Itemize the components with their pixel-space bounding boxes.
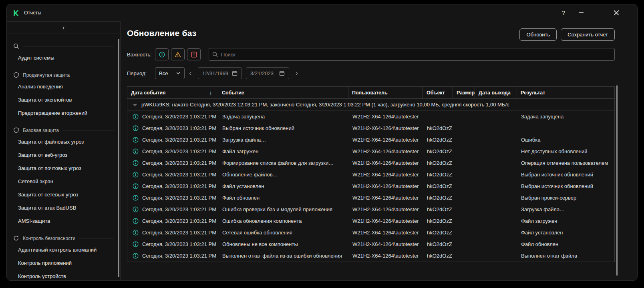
table-row[interactable]: Сегодня, 3/20/2023 1:03:21 PMВыполнен от… [127, 250, 614, 262]
event-date-text: Сегодня, 3/20/2023 1:03:21 PM [142, 195, 216, 201]
chevron-down-icon [133, 102, 137, 107]
previous-period-button[interactable]: ‹ [185, 67, 196, 79]
cell-result: Выбран источник обновлений [517, 172, 614, 178]
table-row[interactable]: Сегодня, 3/20/2023 1:03:21 PMФайл устано… [127, 180, 614, 192]
sidebar-item[interactable]: Аудит системы [7, 51, 120, 64]
close-button[interactable] [608, 7, 625, 19]
cell-result: Выбран источник обновлений [517, 183, 614, 189]
info-severity-filter-button[interactable] [155, 48, 169, 60]
table-row[interactable]: Сегодня, 3/20/2023 1:03:21 PMВыбран исто… [127, 122, 614, 134]
table-row[interactable]: Сегодня, 3/20/2023 1:03:21 PMОшибка обно… [127, 215, 614, 227]
table-row[interactable]: Сегодня, 3/20/2023 1:03:21 PMОшибка пров… [127, 204, 614, 215]
cell-object: hkO2dOzZ [423, 253, 453, 259]
column-header[interactable]: Дата выхода [475, 87, 517, 99]
period-dropdown[interactable]: Все [155, 67, 185, 79]
column-header[interactable]: Дата события↓ [127, 87, 218, 99]
sidebar-item[interactable]: Адаптивный контроль аномалий [7, 243, 120, 256]
column-header-label: Результат [521, 90, 545, 96]
table-row[interactable]: Сегодня, 3/20/2023 1:03:21 PMФайл обновл… [127, 192, 614, 204]
sidebar-item[interactable]: Контроль приложений [7, 256, 120, 270]
table-row[interactable]: Сегодня, 3/20/2023 1:03:21 PMОбновление … [127, 169, 614, 180]
cell-event-date: Сегодня, 3/20/2023 1:03:21 PM [127, 183, 218, 189]
refresh-button[interactable]: Обновить [519, 28, 557, 41]
sidebar-item[interactable]: Защита от атак BadUSB [7, 201, 120, 214]
cell-event-date: Сегодня, 3/20/2023 1:03:21 PM [127, 253, 218, 259]
warning-severity-filter-button[interactable] [171, 48, 185, 60]
importance-label: Важность: [127, 52, 155, 58]
cell-event: Файл установлен [218, 183, 348, 189]
sidebar-item[interactable]: Защита от почтовых угроз [7, 162, 120, 175]
sidebar-item[interactable]: Защита от веб-угроз [7, 148, 120, 162]
cell-user: W21H2-X64-1264\autotester [348, 195, 423, 201]
cell-result: Операция отменена пользователем [517, 160, 614, 166]
cell-event: Ошибка обновления компонента [218, 218, 348, 224]
group-row[interactable]: pWKUa9KS: начато Сегодня, 3/20/2023 12:0… [127, 99, 614, 111]
sidebar-item[interactable]: Сетевой экран [7, 175, 120, 188]
sidebar-item[interactable]: Анализ поведения [7, 80, 120, 93]
cell-user: W21H2-X64-1264\autotester [348, 218, 423, 224]
sidebar-collapse-button[interactable]: ‹ [7, 21, 120, 34]
period-label: Период: [127, 70, 155, 76]
titlebar-controls: ? [555, 7, 625, 19]
table-row[interactable]: Сегодня, 3/20/2023 1:03:21 PMФайл загруж… [127, 146, 614, 157]
cell-event-date: Сегодня, 3/20/2023 1:03:21 PM [127, 114, 218, 120]
column-header[interactable]: Размер [453, 87, 475, 99]
column-header[interactable]: Объект [423, 87, 453, 99]
info-icon [159, 52, 165, 58]
sidebar-item[interactable]: Предотвращение вторжений [7, 106, 120, 120]
table-row[interactable]: Сегодня, 3/20/2023 1:03:21 PMЗадача запу… [127, 111, 614, 122]
cell-user: W21H2-X64-1264\autotester [348, 125, 423, 131]
help-button[interactable]: ? [555, 7, 572, 19]
date-to-field[interactable]: 3/21/2023 [246, 67, 289, 79]
event-date-text: Сегодня, 3/20/2023 1:03:21 PM [142, 172, 216, 178]
info-icon [133, 195, 139, 201]
main-header: Обновление баз Обновить Сохранить отчет [127, 28, 615, 41]
section-divider [62, 130, 114, 130]
event-date-text: Сегодня, 3/20/2023 1:03:21 PM [142, 148, 216, 154]
header-buttons: Обновить Сохранить отчет [519, 28, 615, 41]
column-header-label: Размер [457, 90, 475, 96]
sidebar-item[interactable]: Контроль устройств [7, 270, 120, 280]
date-from-field[interactable]: 12/31/1969 [198, 67, 242, 79]
critical-severity-filter-button[interactable] [187, 48, 201, 60]
table-row[interactable]: Сегодня, 3/20/2023 1:03:21 PMЗагрузка фа… [127, 134, 614, 146]
cell-object: hkO2dOzZ [423, 172, 453, 178]
maximize-icon [597, 11, 601, 15]
content-scrollbar[interactable] [616, 85, 618, 276]
sidebar: ‹ Аудит системыПродвинутая защитаАнализ … [7, 21, 121, 280]
table-row[interactable]: Сегодня, 3/20/2023 1:03:21 PMСетевая оши… [127, 227, 614, 238]
search-wrap [209, 48, 615, 61]
column-header[interactable]: Событие [218, 87, 348, 99]
sidebar-scrollbar[interactable] [118, 39, 119, 277]
info-icon [133, 137, 139, 143]
cell-object: hkO2dOzZ [423, 137, 453, 143]
cell-user: W21H2-X64-1264\autotester [348, 183, 423, 189]
sidebar-item[interactable]: Защита от эксплойтов [7, 93, 120, 106]
cell-event: Выбран источник обновлений [218, 125, 348, 131]
event-date-text: Сегодня, 3/20/2023 1:03:21 PM [142, 218, 216, 224]
sidebar-section-header: Базовая защита [7, 124, 120, 135]
table-row[interactable]: Сегодня, 3/20/2023 1:03:21 PMФормировани… [127, 157, 614, 169]
kaspersky-logo-icon [12, 9, 20, 17]
column-header[interactable]: Пользователь [348, 87, 423, 99]
column-header[interactable]: Результат [517, 87, 614, 99]
search-input[interactable] [209, 48, 615, 61]
cell-result: Выбран прокси-сервер [517, 195, 614, 201]
info-icon [133, 125, 139, 131]
page-title: Обновление баз [127, 28, 196, 38]
column-header-label: Пользователь [352, 90, 388, 96]
sidebar-item[interactable]: Защита от сетевых угроз [7, 188, 120, 201]
date-to-value: 3/21/2023 [250, 70, 274, 76]
save-report-button[interactable]: Сохранить отчет [561, 28, 615, 41]
table-row[interactable]: Сегодня, 3/20/2023 1:03:21 PMОбновлены н… [127, 238, 614, 250]
sidebar-item[interactable]: AMSI-защита [7, 214, 120, 228]
cell-result: Нет доступных обновлений [517, 148, 614, 154]
events-table: Дата события↓СобытиеПользовательОбъектРа… [127, 86, 615, 262]
event-date-text: Сегодня, 3/20/2023 1:03:21 PM [142, 230, 216, 236]
next-period-button[interactable]: › [291, 67, 302, 79]
info-icon [133, 241, 139, 247]
sidebar-item[interactable]: Защита от файловых угроз [7, 135, 120, 148]
main-content: Обновление баз Обновить Сохранить отчет … [121, 21, 637, 280]
minimize-button[interactable] [572, 7, 590, 19]
maximize-button[interactable] [590, 7, 608, 19]
